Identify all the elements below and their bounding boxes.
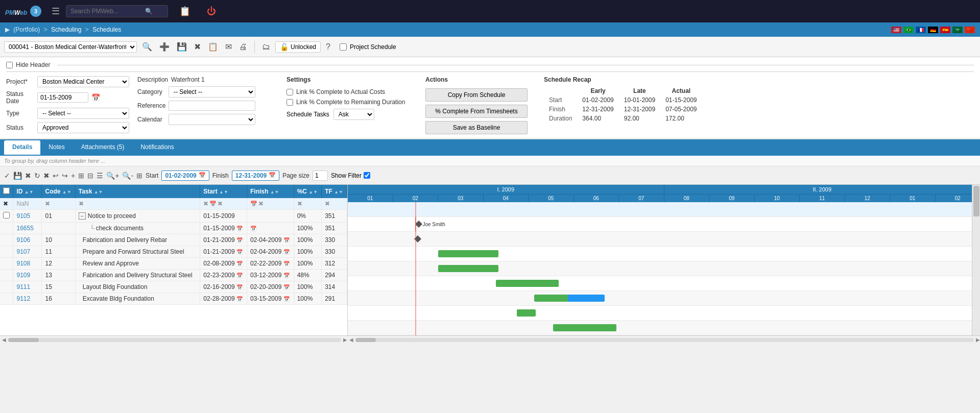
tab-details[interactable]: Details (4, 140, 40, 155)
finish-edit-icon[interactable]: 📅 (283, 273, 290, 278)
gantt-scroll-left[interactable]: ◀ (349, 337, 353, 343)
col-start[interactable]: Start ▲▼ (200, 185, 247, 198)
tab-notifications[interactable]: Notifications (132, 140, 182, 155)
details-button[interactable]: ☰ (97, 172, 103, 180)
search-button[interactable]: 🔍 (140, 41, 154, 53)
add-row-button[interactable]: + (71, 172, 75, 180)
gantt-scroll-right[interactable]: ▶ (976, 337, 980, 343)
search-input[interactable] (70, 8, 142, 15)
col-finish[interactable]: Finish ▲▼ (247, 185, 294, 198)
finish-date-icon[interactable]: 📅 (269, 172, 276, 179)
left-scroll-area[interactable]: ◀ ▶ (0, 336, 347, 344)
save-gantt-button[interactable]: 💾 (13, 172, 22, 180)
start-edit-icon[interactable]: 📅 (236, 273, 243, 278)
search-box[interactable]: 🔍 (66, 5, 168, 17)
start-edit-icon[interactable]: 📅 (236, 226, 243, 231)
finish-edit-icon[interactable]: 📅 (283, 237, 290, 243)
expand-icon[interactable]: − (79, 212, 86, 220)
zoom-in-button[interactable]: 🔍+ (106, 172, 119, 180)
schedule-tasks-select[interactable]: Ask (333, 109, 374, 120)
search-icon[interactable]: 🔍 (145, 8, 153, 15)
link-actual-checkbox[interactable] (286, 89, 293, 95)
flag-sa[interactable]: 🇸🇦 (952, 27, 963, 33)
undo-button[interactable]: ✖ (43, 172, 50, 180)
start-edit-icon[interactable]: 📅 (236, 261, 243, 266)
forward-button[interactable]: ↪ (62, 172, 68, 180)
start-edit-icon[interactable]: 📅 (236, 284, 243, 290)
task-id-9109[interactable]: 9109 (16, 272, 30, 279)
hamburger-icon[interactable]: ☰ (52, 6, 60, 17)
category-select[interactable]: -- Select -- (169, 86, 255, 98)
flag-fr[interactable]: 🇫🇷 (916, 27, 926, 33)
finish-edit-icon[interactable]: 📅 (283, 284, 290, 290)
finish-date-field[interactable]: 12-31-2009 📅 (232, 171, 279, 181)
col-id[interactable]: ID ▲▼ (13, 185, 42, 198)
tab-attachments[interactable]: Attachments (5) (73, 140, 133, 155)
gantt-scrollbar-track[interactable] (355, 338, 974, 342)
start-date-field[interactable]: 01-02-2009 📅 (161, 171, 209, 181)
flag-us[interactable]: 🇺🇸 (891, 27, 901, 33)
window-button[interactable]: 🗂 (260, 41, 272, 53)
breadcrumb-portfolio[interactable]: (Portfolio) (13, 26, 40, 33)
scroll-right-arrow[interactable]: ▶ (343, 337, 347, 343)
task-id-16655[interactable]: 16655 (16, 225, 33, 232)
lock-status[interactable]: 🔓 Unlocked (275, 41, 321, 53)
status-date-input[interactable] (37, 92, 88, 103)
email-button[interactable]: ✉ (223, 41, 234, 53)
right-scroll-area[interactable]: ◀ ▶ (347, 336, 980, 344)
finish-edit-icon[interactable]: 📅 (283, 261, 290, 266)
refresh-button[interactable]: ↻ (34, 172, 40, 180)
copy-button[interactable]: 📋 (206, 41, 220, 53)
type-select[interactable]: -- Select -- (37, 108, 129, 119)
redo-button[interactable]: ↩ (53, 172, 59, 180)
left-scrollbar-track[interactable] (8, 338, 341, 342)
start-edit-icon[interactable]: 📅 (236, 237, 243, 243)
calendar-nav-icon[interactable]: 📋 (179, 6, 190, 17)
scrollbar-thumb[interactable] (973, 186, 979, 216)
reference-input[interactable] (169, 101, 255, 111)
select-all-checkbox[interactable] (3, 187, 10, 194)
start-edit-icon[interactable]: 📅 (236, 249, 243, 255)
scroll-left-arrow[interactable]: ◀ (2, 337, 6, 343)
power-icon[interactable]: ⏻ (207, 6, 216, 17)
calendar-select[interactable] (169, 114, 255, 125)
cancel-gantt-button[interactable]: ✖ (25, 172, 31, 180)
flag-de[interactable]: 🇩🇪 (928, 27, 938, 33)
check-button[interactable]: ✓ (4, 172, 10, 180)
finish-edit-icon[interactable]: 📅 (283, 249, 290, 255)
page-size-input[interactable] (313, 171, 328, 181)
project-schedule-checkbox[interactable] (340, 43, 347, 51)
col-tf[interactable]: TF ▲▼ (322, 185, 347, 198)
vertical-scrollbar[interactable] (972, 185, 980, 335)
finish-edit-icon[interactable]: 📅 (283, 296, 290, 302)
finish-edit-icon[interactable]: 📅 (250, 226, 256, 231)
save-button[interactable]: 💾 (175, 41, 189, 53)
copy-from-schedule-button[interactable]: Copy From Schedule (425, 88, 528, 102)
delete-button[interactable]: ✖ (192, 41, 203, 53)
project-select[interactable]: Boston Medical Center (37, 76, 129, 87)
indent-button[interactable]: ⊞ (78, 172, 84, 180)
start-date-icon[interactable]: 📅 (199, 172, 206, 179)
task-id-9108[interactable]: 9108 (16, 260, 30, 267)
left-scrollbar-thumb[interactable] (8, 338, 39, 342)
filter-start-cal[interactable]: 📅 (209, 201, 217, 207)
tab-notes[interactable]: Notes (40, 140, 73, 155)
hide-header-checkbox[interactable] (6, 62, 13, 68)
print-button[interactable]: 🖨 (237, 41, 249, 53)
start-edit-icon[interactable]: 📅 (236, 296, 243, 302)
row-check[interactable] (3, 212, 10, 218)
help-button[interactable]: ? (324, 41, 332, 53)
show-filter-checkbox[interactable] (364, 172, 370, 179)
task-id-9112[interactable]: 9112 (16, 295, 30, 302)
project-schedule-toggle[interactable]: Project Schedule (340, 43, 396, 51)
task-id-9107[interactable]: 9107 (16, 248, 30, 255)
link-remaining-checkbox[interactable] (286, 99, 293, 106)
task-id-9111[interactable]: 9111 (16, 283, 30, 290)
flag-cn[interactable]: 🇨🇳 (965, 27, 975, 33)
zoom-out-button[interactable]: 🔍- (122, 172, 133, 180)
fit-button[interactable]: ⊞ (136, 172, 142, 180)
complete-timesheets-button[interactable]: % Complete From Timesheets (425, 105, 528, 118)
flag-br[interactable]: 🇧🇷 (903, 27, 914, 33)
task-id-9105[interactable]: 9105 (16, 212, 30, 220)
task-id-9106[interactable]: 9106 (16, 236, 30, 244)
